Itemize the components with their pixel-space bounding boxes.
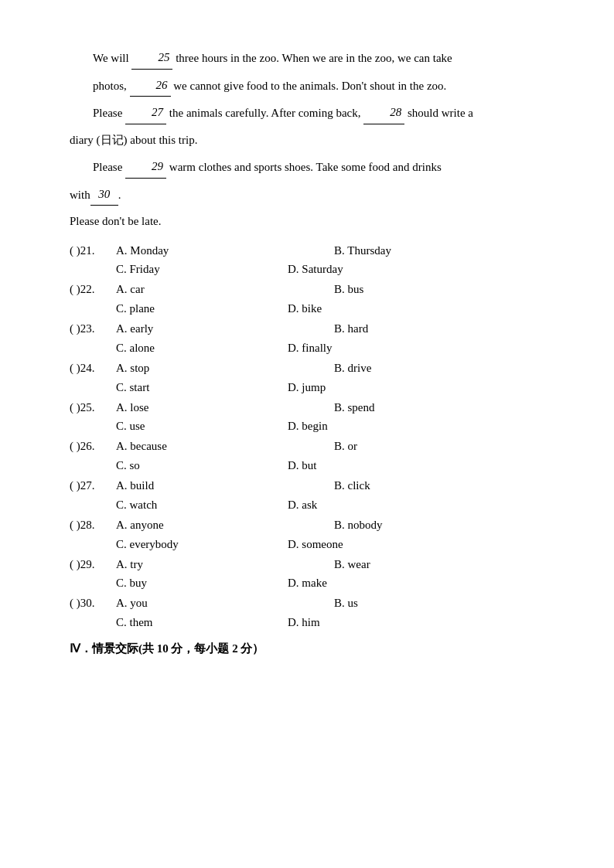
q26-A: A. because (116, 436, 334, 458)
question-23-row1: ( )23. A. early B. hard (70, 318, 552, 340)
line3-text-b: the animals carefully. After coming back… (166, 107, 363, 119)
q30-row2: C. them D. him (116, 616, 552, 629)
passage-line1: We will 25 three hours in the zoo. When … (70, 46, 552, 70)
question-28: ( )28. A. anyone B. nobody C. everybody … (70, 515, 552, 551)
q26-options-row1: A. because B. or (116, 436, 552, 458)
q21-A: A. Monday (116, 240, 334, 262)
line1-text-after: three hours in the zoo. When we are in t… (172, 52, 452, 64)
line3-text-c: should write a (404, 107, 473, 119)
q25-options-row1: A. lose B. spend (116, 397, 552, 419)
q25-number: ( )25. (70, 397, 116, 419)
q22-A: A. car (116, 279, 334, 301)
q27-options-row1: A. build B. click (116, 475, 552, 497)
q23-number: ( )23. (70, 318, 116, 340)
question-30-row1: ( )30. A. you B. us (70, 593, 552, 614)
question-28-row1: ( )28. A. anyone B. nobody (70, 515, 552, 536)
q23-A: A. early (116, 318, 334, 340)
q26-C: C. so (116, 459, 288, 472)
q24-A: A. stop (116, 358, 334, 380)
q21-number: ( )21. (70, 240, 116, 262)
passage-line5: with30. (70, 183, 552, 206)
question-24: ( )24. A. stop B. drive C. start D. jump (70, 358, 552, 394)
q30-A: A. you (116, 593, 334, 614)
q24-C: C. start (116, 381, 288, 394)
passage-text: We will 25 three hours in the zoo. When … (70, 46, 552, 233)
blank-25: 25 (131, 46, 172, 70)
passage-line2: photos, 26 we cannot give food to the an… (70, 74, 552, 97)
question-25-row1: ( )25. A. lose B. spend (70, 397, 552, 419)
passage-line3d: diary (日记) about this trip. (70, 129, 552, 151)
passage-line3: Please 27 the animals carefully. After c… (70, 101, 552, 124)
blank-26: 26 (130, 74, 171, 97)
passage-nodont: Please don't be late. (70, 210, 552, 233)
q23-options-row1: A. early B. hard (116, 318, 552, 340)
blank-27: 27 (125, 101, 166, 124)
line2-text-before: photos, (93, 80, 130, 92)
q30-D: D. him (288, 616, 506, 629)
questions-section: ( )21. A. Monday B. Thursday C. Friday D… (70, 240, 552, 630)
question-26-row1: ( )26. A. because B. or (70, 436, 552, 458)
question-22-row1: ( )22. A. car B. bus (70, 279, 552, 301)
q28-number: ( )28. (70, 515, 116, 536)
q28-D: D. someone (288, 538, 506, 551)
q23-row2: C. alone D. finally (116, 342, 552, 355)
q24-B: B. drive (334, 358, 552, 380)
blank-28: 28 (363, 101, 404, 124)
q26-number: ( )26. (70, 436, 116, 458)
q29-number: ( )29. (70, 554, 116, 576)
blank-29: 29 (125, 155, 166, 179)
q29-row2: C. buy D. make (116, 577, 552, 590)
q30-number: ( )30. (70, 593, 116, 614)
line4-text-b: warm clothes and sports shoes. Take some… (166, 161, 442, 173)
question-23: ( )23. A. early B. hard C. alone D. fina… (70, 318, 552, 355)
q21-D: D. Saturday (288, 263, 506, 276)
q29-D: D. make (288, 577, 506, 590)
q23-C: C. alone (116, 342, 288, 355)
q26-D: D. but (288, 459, 506, 472)
line2-text-after: we cannot give food to the animals. Don'… (171, 80, 447, 92)
question-22: ( )22. A. car B. bus C. plane D. bike (70, 279, 552, 315)
q25-A: A. lose (116, 397, 334, 419)
q28-A: A. anyone (116, 515, 334, 536)
section-header: Ⅳ．情景交际(共 10 分，每小题 2 分） (70, 642, 552, 656)
line5-text-a: with (70, 189, 90, 201)
line3-text-a: Please (93, 107, 125, 119)
q21-B: B. Thursday (334, 240, 552, 262)
question-29-row1: ( )29. A. try B. wear (70, 554, 552, 576)
question-27-row1: ( )27. A. build B. click (70, 475, 552, 497)
q28-options-row1: A. anyone B. nobody (116, 515, 552, 536)
q23-B: B. hard (334, 318, 552, 340)
q21-C: C. Friday (116, 263, 288, 276)
q26-B: B. or (334, 436, 552, 458)
q27-D: D. ask (288, 499, 506, 512)
line1-text-before: We will (93, 52, 131, 64)
q30-options-row1: A. you B. us (116, 593, 552, 614)
q23-D: D. finally (288, 342, 506, 355)
q28-row2: C. everybody D. someone (116, 538, 552, 551)
question-30: ( )30. A. you B. us C. them D. him (70, 593, 552, 629)
blank-30: 30 (90, 183, 118, 206)
passage-line4: Please 29 warm clothes and sports shoes.… (70, 155, 552, 179)
question-24-row1: ( )24. A. stop B. drive (70, 358, 552, 380)
q29-options-row1: A. try B. wear (116, 554, 552, 576)
q27-C: C. watch (116, 499, 288, 512)
q25-row2: C. use D. begin (116, 420, 552, 433)
q24-row2: C. start D. jump (116, 381, 552, 394)
q30-B: B. us (334, 593, 552, 614)
q27-B: B. click (334, 475, 552, 497)
q22-number: ( )22. (70, 279, 116, 301)
q22-D: D. bike (288, 302, 506, 315)
q27-row2: C. watch D. ask (116, 499, 552, 512)
q22-options-row1: A. car B. bus (116, 279, 552, 301)
line5-text-b: . (118, 189, 121, 201)
q21-options-row1: A. Monday B. Thursday (116, 240, 552, 262)
q29-B: B. wear (334, 554, 552, 576)
line3d-text: diary (日记) about this trip. (70, 134, 197, 146)
question-21-row1: ( )21. A. Monday B. Thursday (70, 240, 552, 262)
q22-row2: C. plane D. bike (116, 302, 552, 315)
question-29: ( )29. A. try B. wear C. buy D. make (70, 554, 552, 591)
q30-C: C. them (116, 616, 288, 629)
q24-options-row1: A. stop B. drive (116, 358, 552, 380)
q24-number: ( )24. (70, 358, 116, 380)
question-26: ( )26. A. because B. or C. so D. but (70, 436, 552, 472)
